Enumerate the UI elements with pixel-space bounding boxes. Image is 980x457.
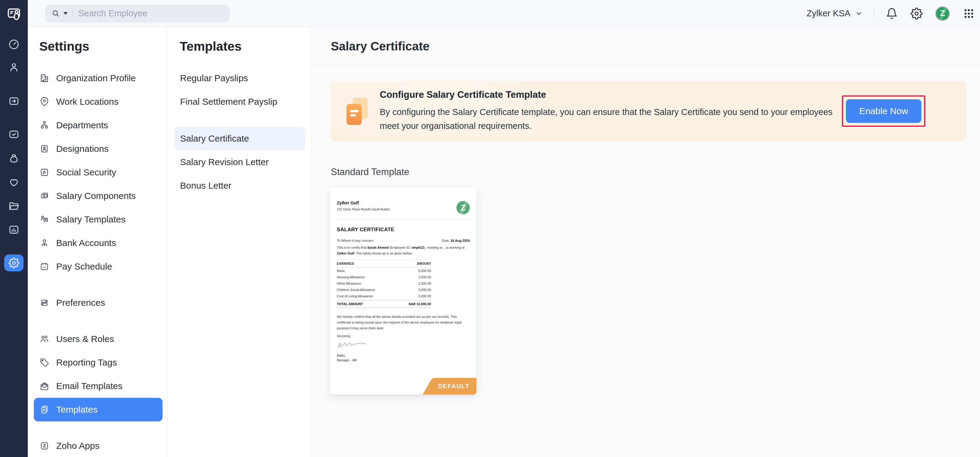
enable-now-button[interactable]: Enable Now	[846, 99, 921, 123]
templates-nav-item-bonus-letter[interactable]: Bonus Letter	[174, 174, 305, 197]
table-row: Basic5,000.00	[337, 268, 431, 274]
highlight-annotation-box: Enable Now	[842, 95, 925, 127]
templates-nav-item-label: Salary Revision Letter	[180, 157, 269, 167]
notifications-bell-icon[interactable]	[886, 8, 898, 20]
table-row: Children Social Allowance2,000.00	[337, 287, 431, 293]
certificate-logo-initial: Z	[461, 203, 466, 213]
sidebar-item-templates[interactable]: Templates	[34, 398, 162, 421]
sidebar-item-label: Work Locations	[56, 97, 118, 107]
sidebar-item-label: Zoho Apps	[56, 441, 99, 451]
org-selector[interactable]: Zylker KSA	[807, 8, 862, 18]
certificate-header: Zylker Gulf 222 Oasis Plaza Riyadh Saudi…	[337, 200, 470, 214]
banner-title: Configure Salary Certificate Template	[380, 89, 833, 100]
sidebar-item-label: Bank Accounts	[56, 238, 116, 248]
sidebar-group-gap	[34, 421, 167, 434]
settings-sidebar: Settings Organization Profile Work Locat…	[28, 27, 167, 457]
app-rail	[0, 0, 28, 457]
hierarchy-icon	[39, 120, 49, 130]
user-avatar[interactable]: Z	[935, 6, 950, 21]
sidebar-group-gap	[34, 314, 167, 327]
table-row: Cost of Living Allowance2,000.00	[337, 293, 431, 300]
search-box[interactable]	[45, 5, 230, 22]
sidebar-item-label: Pay Schedule	[56, 262, 112, 272]
sidebar-item-work-locations[interactable]: Work Locations	[34, 90, 162, 114]
sidebar-item-social-security[interactable]: Social Security	[34, 160, 162, 184]
gavel-icon	[39, 167, 49, 178]
templates-nav-item-label: Regular Payslips	[180, 73, 248, 83]
templates-nav-item-salary-revision-letter[interactable]: Salary Revision Letter	[174, 150, 305, 174]
main-content: Salary Certificate Configure Salary	[312, 27, 980, 457]
sidebar-item-label: Templates	[56, 405, 97, 415]
calendar-icon	[39, 262, 49, 272]
certificate-signer: Adithi, Manager - HR	[337, 354, 470, 362]
users-icon	[39, 334, 49, 344]
certificate-earnings-table: EARNINGS AMOUNT Basic5,000.00 Housing Al…	[337, 260, 431, 308]
reports-chart-icon[interactable]	[8, 224, 20, 236]
dashboard-gauge-icon[interactable]	[8, 38, 20, 51]
certificate-footer: We hereby confirm that all the above det…	[337, 314, 470, 332]
table-row: Housing Allowance1,000.00	[337, 274, 431, 281]
certificate-date: Date: 16 Aug 2024	[442, 239, 470, 243]
templates-nav-item-label: Bonus Letter	[180, 181, 231, 191]
sidebar-item-label: Departments	[56, 120, 108, 130]
chevron-down-icon	[855, 10, 862, 17]
search-scope-caret-icon[interactable]	[64, 12, 68, 15]
sidebar-item-bank-accounts[interactable]: Bank Accounts	[34, 231, 162, 255]
signer-title: Manager - HR	[337, 358, 470, 363]
sidebar-item-label: Users & Roles	[56, 334, 114, 344]
templates-nav-item-salary-certificate[interactable]: Salary Certificate	[174, 127, 305, 150]
sidebar-item-users-roles[interactable]: Users & Roles	[34, 327, 162, 351]
sidebar-item-pay-schedule[interactable]: Pay Schedule	[34, 255, 162, 278]
employee-icon[interactable]	[8, 61, 20, 73]
certificate-salutation-row: To Whom it may concern Date: 16 Aug 2024	[337, 239, 470, 243]
payrun-box-arrow-icon[interactable]	[8, 95, 20, 107]
avatar-initial: Z	[940, 9, 945, 18]
sidebar-item-preferences[interactable]: Preferences	[34, 291, 162, 314]
templates-nav-group-gap	[174, 114, 312, 127]
money-bag-icon[interactable]	[8, 152, 20, 165]
id-badge-icon	[39, 144, 49, 154]
benefits-heart-icon[interactable]	[8, 176, 20, 188]
sidebar-title: Settings	[34, 39, 167, 54]
sidebar-item-email-templates[interactable]: Email Templates	[34, 374, 162, 398]
certificate-salutation: To Whom it may concern	[337, 239, 373, 243]
signer-name: Adithi,	[337, 354, 470, 358]
certificate-org-name: Zylker Gulf	[337, 200, 390, 205]
banner-description: By configuring the Salary Certificate te…	[380, 105, 833, 133]
templates-nav-item-regular-payslips[interactable]: Regular Payslips	[174, 67, 305, 90]
sidebar-item-label: Salary Templates	[56, 214, 126, 225]
settings-gear-icon[interactable]	[910, 8, 923, 20]
sidebar-item-designations[interactable]: Designations	[34, 137, 162, 160]
app-logo-icon[interactable]	[0, 0, 28, 27]
banner-text: Configure Salary Certificate Template By…	[380, 89, 833, 133]
default-badge: DEFAULT	[423, 378, 476, 395]
page-title: Salary Certificate	[331, 40, 430, 53]
sidebar-item-label: Designations	[56, 144, 108, 154]
table-total-row: TOTAL AMOUNTSAR 11,000.00	[337, 300, 431, 308]
topbar-right-cluster: Zylker KSA Z	[807, 6, 980, 21]
document-stack-icon	[344, 97, 369, 125]
templates-nav-item-final-settlement-payslip[interactable]: Final Settlement Payslip	[174, 90, 305, 114]
certificate-org-logo: Z	[457, 201, 470, 214]
search-input[interactable]	[78, 8, 223, 18]
standard-template-card[interactable]: Zylker Gulf 222 Oasis Plaza Riyadh Saudi…	[330, 188, 476, 395]
documents-folder-icon[interactable]	[8, 200, 20, 212]
zoho-z-icon	[39, 441, 49, 451]
sidebar-item-zoho-apps[interactable]: Zoho Apps	[34, 434, 162, 457]
certificate-intro: This is to certify that Sarah Ahmed (Emp…	[337, 245, 470, 257]
sidebar-item-departments[interactable]: Departments	[34, 114, 162, 137]
sidebar-item-salary-templates[interactable]: Salary Templates	[34, 208, 162, 231]
settings-gear-icon[interactable]	[4, 254, 24, 271]
table-row: Other Allowance1,000.00	[337, 281, 431, 287]
sidebar-item-reporting-tags[interactable]: Reporting Tags	[34, 351, 162, 374]
approvals-box-check-icon[interactable]	[8, 128, 20, 140]
person-tie-icon	[39, 238, 49, 248]
toggles-icon	[39, 298, 49, 308]
certificate-title: SALARY CERTIFICATE	[337, 227, 470, 233]
envelope-icon	[39, 381, 49, 391]
sidebar-item-organization-profile[interactable]: Organization Profile	[34, 67, 162, 90]
main-header: Salary Certificate	[312, 27, 980, 66]
sidebar-list: Organization Profile Work Locations Depa…	[34, 67, 167, 457]
apps-grid-icon[interactable]	[963, 8, 975, 19]
sidebar-item-salary-components[interactable]: Salary Components	[34, 184, 162, 208]
